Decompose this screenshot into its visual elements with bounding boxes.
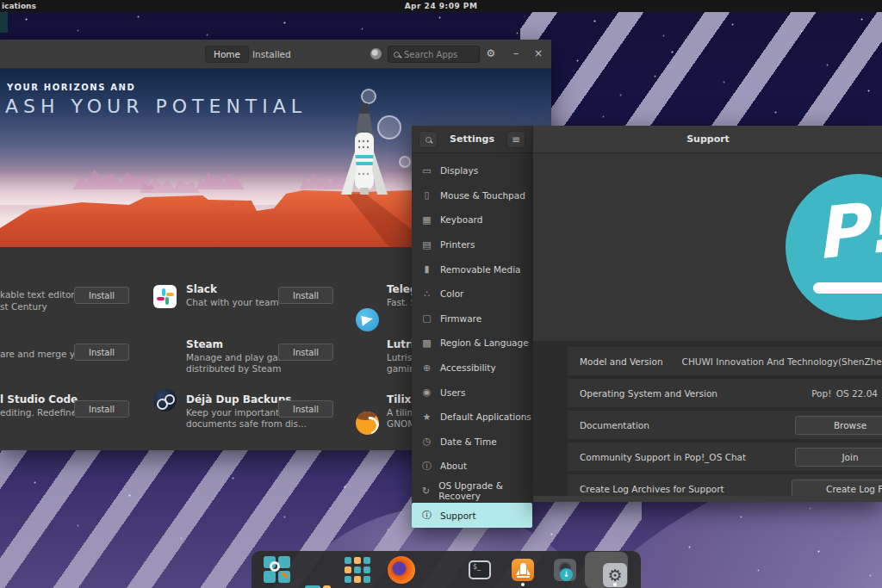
window-fragment: [0, 12, 8, 33]
sidebar-label: Accessibility: [440, 362, 496, 373]
settings-sidebar-header: Settings ≡: [412, 126, 532, 153]
clock[interactable]: Apr 24 9:09 PM: [0, 2, 882, 10]
sidebar-item-color[interactable]: ∴Color: [412, 282, 532, 306]
app-name[interactable]: Déjà Dup Backups: [186, 393, 291, 405]
install-button[interactable]: Install: [278, 344, 333, 361]
telegram-icon[interactable]: [356, 308, 379, 331]
page-title: Support: [533, 133, 882, 145]
lutris-icon[interactable]: [356, 412, 379, 435]
support-panel-header: Support: [533, 126, 882, 153]
gear-icon[interactable]: ⚙: [484, 46, 498, 60]
sidebar-item-firmware[interactable]: ▢Firmware: [412, 306, 532, 331]
display-icon: ▭: [421, 165, 432, 176]
install-button[interactable]: Install: [74, 287, 129, 304]
mouse-icon: ▯: [421, 189, 432, 201]
settings-window: Settings ≡ ▭Displays ▯Mouse & Touchpad ▦…: [412, 126, 882, 527]
app-name[interactable]: Slack: [186, 283, 217, 295]
pop-shop-icon[interactable]: [509, 556, 537, 584]
updates-icon[interactable]: [370, 48, 382, 59]
language-icon: ▩: [421, 337, 432, 349]
desktop: ications Apr 24 9:09 PM Home Installed ⚙…: [0, 0, 882, 588]
app-desc: documents safe from dis...: [186, 418, 307, 429]
users-icon: ◉: [421, 387, 432, 398]
app-desc: distributed by Steam: [186, 363, 281, 374]
hamburger-menu-button[interactable]: ≡: [506, 131, 525, 148]
settings-sidebar: Settings ≡ ▭Displays ▯Mouse & Touchpad ▦…: [412, 126, 532, 527]
sidebar-item-users[interactable]: ◉Users: [412, 380, 532, 405]
search-icon: [394, 52, 400, 58]
terminal-icon[interactable]: $_: [466, 556, 494, 584]
clock-icon: ◷: [421, 436, 432, 447]
sidebar-label: Removable Media: [440, 264, 521, 275]
steam-icon[interactable]: [153, 388, 177, 412]
app-name[interactable]: Tilix: [387, 393, 411, 405]
sidebar-item-accessibility[interactable]: ⊕Accessibility: [412, 356, 532, 381]
install-button[interactable]: Install: [74, 344, 129, 361]
row-label: Community Support in Pop!_OS Chat: [580, 452, 746, 462]
browse-button[interactable]: Browse: [795, 416, 882, 435]
row-label: Model and Version: [580, 356, 663, 367]
app-desc: Chat with your team: [186, 297, 279, 307]
hamburger-icon: ≡: [512, 133, 520, 145]
support-row-os: Operating System and Version Pop!_OS 22.…: [568, 379, 882, 407]
app-grid-icon[interactable]: [344, 556, 371, 584]
sidebar-label: Users: [440, 387, 465, 398]
sidebar-item-os-upgrade[interactable]: ↻OS Upgrade & Recovery: [412, 479, 532, 504]
install-button[interactable]: Install: [278, 287, 333, 304]
app-desc: st Century: [0, 301, 47, 312]
accessibility-icon: ⊕: [421, 362, 432, 374]
disk-restore-icon[interactable]: ↓: [551, 556, 579, 584]
row-value: Pop!_OS 22.04: [717, 388, 882, 399]
tab-home[interactable]: Home: [205, 46, 249, 63]
chip-icon: ▢: [421, 313, 432, 324]
sidebar-item-support[interactable]: ⓘSupport: [412, 503, 532, 528]
row-label: Documentation: [580, 420, 649, 430]
close-button[interactable]: ×: [531, 46, 545, 60]
row-value: CHUWI Innovation And Technology(ShenZhen…: [682, 356, 882, 367]
star-icon: ★: [421, 412, 432, 423]
color-icon: ∴: [421, 288, 432, 300]
pop-logo-text: P!: [811, 186, 882, 275]
running-indicator: [613, 583, 617, 586]
sidebar-label: Keyboard: [440, 214, 482, 225]
slack-icon[interactable]: [153, 285, 177, 308]
settings-gear-icon[interactable]: ⚙: [595, 556, 623, 584]
running-indicator: [521, 583, 525, 586]
sidebar-label: Date & Time: [440, 436, 497, 447]
sidebar-item-removable-media[interactable]: ▮Removable Media: [412, 257, 532, 282]
sidebar-item-about[interactable]: ⓘAbout: [412, 454, 532, 479]
join-button[interactable]: Join: [795, 448, 882, 467]
sidebar-label: Default Applications: [440, 412, 531, 422]
shop-titlebar: Home Installed ⚙ – ×: [0, 40, 551, 69]
sidebar-label: Support: [440, 511, 476, 521]
dock: $_ ↓ ⚙: [252, 551, 641, 588]
app-name[interactable]: l Studio Code: [0, 393, 78, 405]
app-desc: editing. Redefined.: [0, 407, 85, 418]
pop-logo-underline: [813, 282, 882, 294]
firefox-icon[interactable]: [388, 556, 415, 584]
window-tiling-icon[interactable]: [304, 584, 332, 588]
info-icon: ⓘ: [421, 509, 432, 522]
support-row-community: Community Support in Pop!_OS Chat Join: [568, 443, 882, 471]
sidebar-label: About: [440, 461, 467, 471]
search-input[interactable]: [404, 50, 473, 59]
sidebar-item-mouse-touchpad[interactable]: ▯Mouse & Touchpad: [412, 183, 532, 208]
sidebar-label: Mouse & Touchpad: [440, 190, 525, 201]
tab-installed[interactable]: Installed: [245, 46, 299, 63]
sidebar-item-region-language[interactable]: ▩Region & Language: [412, 331, 532, 356]
bubble-icon: [399, 156, 411, 168]
minimize-button[interactable]: –: [509, 46, 523, 60]
pop-os-logo: P!: [786, 174, 882, 320]
rocket-icon: [339, 102, 389, 201]
sidebar-item-displays[interactable]: ▭Displays: [412, 158, 532, 183]
wallpaper-stripes-top-right: [520, 12, 882, 128]
sidebar-item-default-applications[interactable]: ★Default Applications: [412, 405, 532, 430]
install-button[interactable]: Install: [74, 400, 129, 418]
pop-launcher-icon[interactable]: [264, 556, 291, 584]
app-name[interactable]: Steam: [186, 338, 223, 350]
sidebar-item-date-time[interactable]: ◷Date & Time: [412, 430, 532, 455]
sidebar-item-printers[interactable]: ▤Printers: [412, 232, 532, 257]
install-button[interactable]: Install: [278, 400, 333, 418]
sidebar-item-keyboard[interactable]: ▦Keyboard: [412, 207, 532, 232]
tab-home-label: Home: [214, 49, 240, 59]
